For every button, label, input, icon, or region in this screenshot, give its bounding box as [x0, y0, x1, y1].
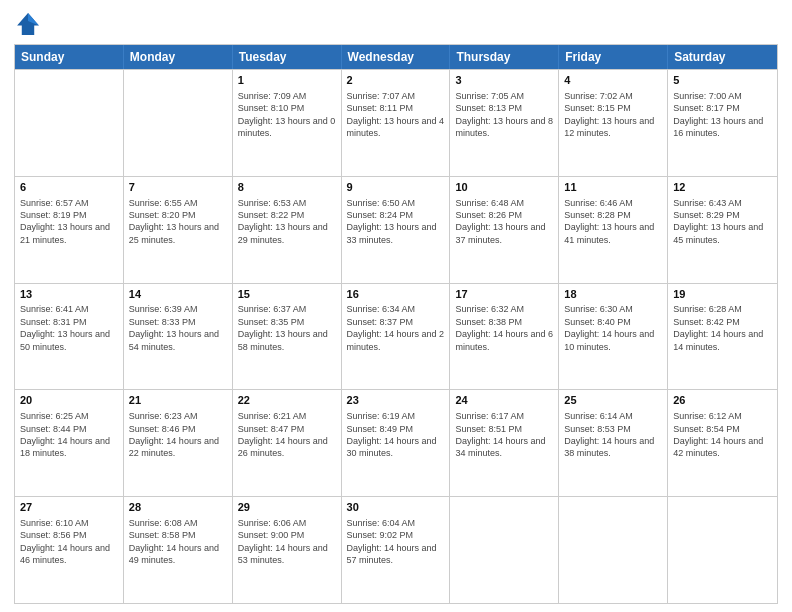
day-cell-6: 6Sunrise: 6:57 AMSunset: 8:19 PMDaylight…: [15, 177, 124, 283]
calendar: SundayMondayTuesdayWednesdayThursdayFrid…: [14, 44, 778, 604]
day-number: 14: [129, 287, 227, 302]
day-info: Sunrise: 6:34 AMSunset: 8:37 PMDaylight:…: [347, 303, 445, 353]
day-number: 29: [238, 500, 336, 515]
page: SundayMondayTuesdayWednesdayThursdayFrid…: [0, 0, 792, 612]
day-info: Sunrise: 6:25 AMSunset: 8:44 PMDaylight:…: [20, 410, 118, 460]
day-cell-8: 8Sunrise: 6:53 AMSunset: 8:22 PMDaylight…: [233, 177, 342, 283]
day-info: Sunrise: 7:07 AMSunset: 8:11 PMDaylight:…: [347, 90, 445, 140]
day-info: Sunrise: 6:10 AMSunset: 8:56 PMDaylight:…: [20, 517, 118, 567]
header-day-saturday: Saturday: [668, 45, 777, 69]
day-cell-12: 12Sunrise: 6:43 AMSunset: 8:29 PMDayligh…: [668, 177, 777, 283]
header-day-friday: Friday: [559, 45, 668, 69]
week-row-2: 6Sunrise: 6:57 AMSunset: 8:19 PMDaylight…: [15, 176, 777, 283]
day-number: 9: [347, 180, 445, 195]
day-info: Sunrise: 6:55 AMSunset: 8:20 PMDaylight:…: [129, 197, 227, 247]
day-cell-4: 4Sunrise: 7:02 AMSunset: 8:15 PMDaylight…: [559, 70, 668, 176]
day-info: Sunrise: 6:04 AMSunset: 9:02 PMDaylight:…: [347, 517, 445, 567]
day-info: Sunrise: 6:17 AMSunset: 8:51 PMDaylight:…: [455, 410, 553, 460]
day-info: Sunrise: 6:53 AMSunset: 8:22 PMDaylight:…: [238, 197, 336, 247]
day-info: Sunrise: 6:37 AMSunset: 8:35 PMDaylight:…: [238, 303, 336, 353]
day-cell-25: 25Sunrise: 6:14 AMSunset: 8:53 PMDayligh…: [559, 390, 668, 496]
day-info: Sunrise: 6:12 AMSunset: 8:54 PMDaylight:…: [673, 410, 772, 460]
day-cell-28: 28Sunrise: 6:08 AMSunset: 8:58 PMDayligh…: [124, 497, 233, 603]
day-cell-21: 21Sunrise: 6:23 AMSunset: 8:46 PMDayligh…: [124, 390, 233, 496]
day-cell-7: 7Sunrise: 6:55 AMSunset: 8:20 PMDaylight…: [124, 177, 233, 283]
day-number: 25: [564, 393, 662, 408]
day-info: Sunrise: 6:08 AMSunset: 8:58 PMDaylight:…: [129, 517, 227, 567]
empty-cell: [15, 70, 124, 176]
day-info: Sunrise: 6:46 AMSunset: 8:28 PMDaylight:…: [564, 197, 662, 247]
day-cell-18: 18Sunrise: 6:30 AMSunset: 8:40 PMDayligh…: [559, 284, 668, 390]
day-cell-10: 10Sunrise: 6:48 AMSunset: 8:26 PMDayligh…: [450, 177, 559, 283]
day-info: Sunrise: 6:23 AMSunset: 8:46 PMDaylight:…: [129, 410, 227, 460]
day-cell-30: 30Sunrise: 6:04 AMSunset: 9:02 PMDayligh…: [342, 497, 451, 603]
day-cell-3: 3Sunrise: 7:05 AMSunset: 8:13 PMDaylight…: [450, 70, 559, 176]
day-number: 4: [564, 73, 662, 88]
day-cell-19: 19Sunrise: 6:28 AMSunset: 8:42 PMDayligh…: [668, 284, 777, 390]
day-number: 11: [564, 180, 662, 195]
calendar-header: SundayMondayTuesdayWednesdayThursdayFrid…: [15, 45, 777, 69]
day-info: Sunrise: 7:05 AMSunset: 8:13 PMDaylight:…: [455, 90, 553, 140]
empty-cell: [668, 497, 777, 603]
day-cell-22: 22Sunrise: 6:21 AMSunset: 8:47 PMDayligh…: [233, 390, 342, 496]
day-info: Sunrise: 6:19 AMSunset: 8:49 PMDaylight:…: [347, 410, 445, 460]
day-info: Sunrise: 6:21 AMSunset: 8:47 PMDaylight:…: [238, 410, 336, 460]
day-info: Sunrise: 7:02 AMSunset: 8:15 PMDaylight:…: [564, 90, 662, 140]
day-number: 20: [20, 393, 118, 408]
day-number: 19: [673, 287, 772, 302]
day-info: Sunrise: 6:43 AMSunset: 8:29 PMDaylight:…: [673, 197, 772, 247]
header-day-wednesday: Wednesday: [342, 45, 451, 69]
day-cell-27: 27Sunrise: 6:10 AMSunset: 8:56 PMDayligh…: [15, 497, 124, 603]
empty-cell: [124, 70, 233, 176]
day-cell-24: 24Sunrise: 6:17 AMSunset: 8:51 PMDayligh…: [450, 390, 559, 496]
day-cell-2: 2Sunrise: 7:07 AMSunset: 8:11 PMDaylight…: [342, 70, 451, 176]
day-info: Sunrise: 6:57 AMSunset: 8:19 PMDaylight:…: [20, 197, 118, 247]
day-number: 3: [455, 73, 553, 88]
day-number: 26: [673, 393, 772, 408]
header-day-sunday: Sunday: [15, 45, 124, 69]
day-cell-16: 16Sunrise: 6:34 AMSunset: 8:37 PMDayligh…: [342, 284, 451, 390]
day-number: 13: [20, 287, 118, 302]
day-number: 27: [20, 500, 118, 515]
day-cell-5: 5Sunrise: 7:00 AMSunset: 8:17 PMDaylight…: [668, 70, 777, 176]
day-info: Sunrise: 6:06 AMSunset: 9:00 PMDaylight:…: [238, 517, 336, 567]
day-info: Sunrise: 6:28 AMSunset: 8:42 PMDaylight:…: [673, 303, 772, 353]
empty-cell: [450, 497, 559, 603]
day-cell-29: 29Sunrise: 6:06 AMSunset: 9:00 PMDayligh…: [233, 497, 342, 603]
week-row-1: 1Sunrise: 7:09 AMSunset: 8:10 PMDaylight…: [15, 69, 777, 176]
week-row-5: 27Sunrise: 6:10 AMSunset: 8:56 PMDayligh…: [15, 496, 777, 603]
day-cell-11: 11Sunrise: 6:46 AMSunset: 8:28 PMDayligh…: [559, 177, 668, 283]
day-number: 10: [455, 180, 553, 195]
week-row-4: 20Sunrise: 6:25 AMSunset: 8:44 PMDayligh…: [15, 389, 777, 496]
day-number: 2: [347, 73, 445, 88]
day-cell-20: 20Sunrise: 6:25 AMSunset: 8:44 PMDayligh…: [15, 390, 124, 496]
day-number: 6: [20, 180, 118, 195]
day-number: 22: [238, 393, 336, 408]
empty-cell: [559, 497, 668, 603]
day-cell-9: 9Sunrise: 6:50 AMSunset: 8:24 PMDaylight…: [342, 177, 451, 283]
day-info: Sunrise: 6:32 AMSunset: 8:38 PMDaylight:…: [455, 303, 553, 353]
header-day-monday: Monday: [124, 45, 233, 69]
day-info: Sunrise: 6:14 AMSunset: 8:53 PMDaylight:…: [564, 410, 662, 460]
day-info: Sunrise: 6:39 AMSunset: 8:33 PMDaylight:…: [129, 303, 227, 353]
day-number: 7: [129, 180, 227, 195]
day-number: 30: [347, 500, 445, 515]
day-number: 5: [673, 73, 772, 88]
header: [14, 10, 778, 38]
day-info: Sunrise: 6:48 AMSunset: 8:26 PMDaylight:…: [455, 197, 553, 247]
header-day-tuesday: Tuesday: [233, 45, 342, 69]
day-info: Sunrise: 6:50 AMSunset: 8:24 PMDaylight:…: [347, 197, 445, 247]
day-cell-26: 26Sunrise: 6:12 AMSunset: 8:54 PMDayligh…: [668, 390, 777, 496]
day-info: Sunrise: 7:09 AMSunset: 8:10 PMDaylight:…: [238, 90, 336, 140]
day-number: 24: [455, 393, 553, 408]
day-number: 1: [238, 73, 336, 88]
day-cell-15: 15Sunrise: 6:37 AMSunset: 8:35 PMDayligh…: [233, 284, 342, 390]
day-number: 23: [347, 393, 445, 408]
header-day-thursday: Thursday: [450, 45, 559, 69]
day-cell-14: 14Sunrise: 6:39 AMSunset: 8:33 PMDayligh…: [124, 284, 233, 390]
day-number: 8: [238, 180, 336, 195]
logo: [14, 10, 46, 38]
day-info: Sunrise: 7:00 AMSunset: 8:17 PMDaylight:…: [673, 90, 772, 140]
day-cell-23: 23Sunrise: 6:19 AMSunset: 8:49 PMDayligh…: [342, 390, 451, 496]
day-number: 18: [564, 287, 662, 302]
